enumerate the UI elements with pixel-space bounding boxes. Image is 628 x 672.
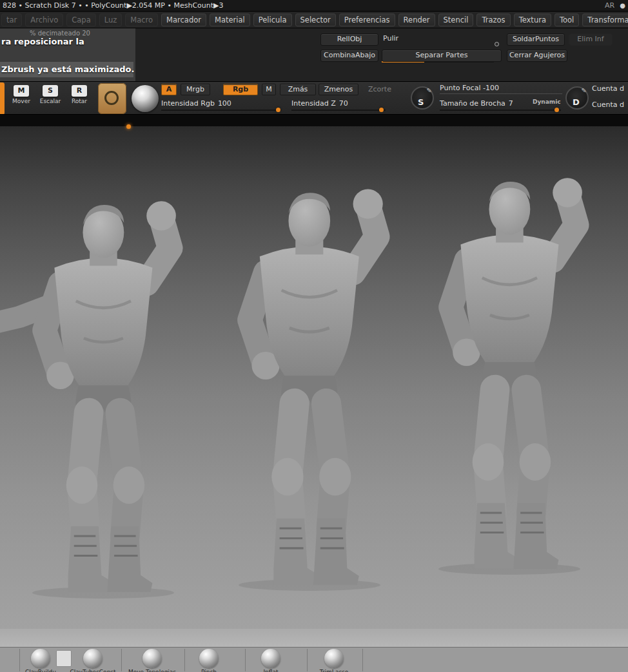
z-intensity-slider-label: Intensidad Z70 xyxy=(291,99,348,108)
channel-m-button[interactable]: M xyxy=(262,84,276,95)
brush-ring-icon xyxy=(104,91,119,105)
sculpt-canvas[interactable] xyxy=(0,126,628,629)
brush-sphere-icon xyxy=(199,649,219,668)
brush-sphere-icon xyxy=(31,649,50,668)
pulir-slider[interactable]: Pulir xyxy=(382,34,499,46)
current-brush-button[interactable] xyxy=(98,83,126,114)
rgb-intensity-track[interactable] xyxy=(161,110,281,111)
channel-rgb-button[interactable]: Rgb xyxy=(223,84,258,95)
brush-tray: ClayBuildu ClayTubesConst Move Topologia… xyxy=(0,647,628,672)
rgb-intensity-slider-label: Intensidad Rgb100 xyxy=(161,99,231,108)
brush-sphere-icon xyxy=(83,649,103,668)
cuenta-slider-2[interactable]: Cuenta d xyxy=(592,101,624,109)
escalar-button[interactable]: S Escalar xyxy=(37,83,64,114)
menu-archivo[interactable]: Archivo xyxy=(25,14,63,26)
menu-material[interactable]: Material xyxy=(210,14,250,26)
separarpartes-button[interactable]: Separar Partes xyxy=(382,50,502,62)
brush-move-topological[interactable]: Move Topologias xyxy=(124,649,181,672)
menu-textura[interactable]: Textura xyxy=(514,14,551,26)
menu-transformar[interactable]: Transformar xyxy=(582,14,628,26)
cerraragujeros-button[interactable]: Cerrar Agujeros xyxy=(507,50,567,62)
rotar-button[interactable]: R Rotar xyxy=(66,83,93,114)
menu-trazos[interactable]: Trazos xyxy=(476,14,510,26)
status-dot-icon: ● xyxy=(620,2,625,9)
menu-stencil[interactable]: Stencil xyxy=(438,14,474,26)
menu-pelicula[interactable]: Pelicula xyxy=(253,14,292,26)
menu-preferencias[interactable]: Preferencias xyxy=(339,14,395,26)
brush-inflat[interactable]: Inflat xyxy=(250,649,292,672)
top-toolbar: M Mover S Escalar R Rotar A Mrgb Rgb M Z… xyxy=(0,81,628,115)
draw-size-handle[interactable] xyxy=(554,108,559,112)
toolbar-canvas-gap xyxy=(0,115,628,126)
pen-icon: ✎ xyxy=(427,87,432,94)
menu-marcador[interactable]: Marcador xyxy=(161,14,206,26)
sculpt-figure-center[interactable] xyxy=(250,189,382,584)
brush-claytubes[interactable]: ClayTubesConst xyxy=(63,649,123,672)
zbrush-window: 828 • Scratch Disk 7 • • PolyCount▶2.054… xyxy=(0,0,628,672)
dynamic-label: Dynamic xyxy=(533,99,561,105)
focal-shift-slider-label: Punto Focal -100 xyxy=(440,84,499,92)
cuenta-slider-1[interactable]: Cuenta d xyxy=(592,84,624,93)
menu-capa[interactable]: Capa xyxy=(66,14,95,26)
notification-overlay: % decimateado 20 ra reposicionar la Zbru… xyxy=(0,28,135,81)
combinaabajo-button[interactable]: CombinaAbajo xyxy=(320,50,378,62)
status-right-label: AR xyxy=(605,1,614,10)
tooltip-text: ra reposicionar la xyxy=(1,37,84,46)
rgb-intensity-handle[interactable] xyxy=(276,108,280,112)
pulir-label: Pulir xyxy=(383,34,398,43)
menu-macro[interactable]: Macro xyxy=(125,14,158,26)
draw-size-track[interactable] xyxy=(440,110,561,111)
brush-trimlasso[interactable]: TrimLasso xyxy=(312,649,356,672)
rotar-icon: R xyxy=(72,85,87,97)
toolbar-accent-strip xyxy=(0,82,5,115)
z-intensity-track[interactable] xyxy=(291,110,386,111)
rellobj-button[interactable]: RellObj xyxy=(320,34,378,46)
mover-icon: M xyxy=(14,85,29,97)
brush-claybuildup[interactable]: ClayBuildu xyxy=(22,649,59,672)
escalar-icon: S xyxy=(43,85,58,97)
brush-sphere-icon xyxy=(324,649,344,668)
sculpt-models xyxy=(0,126,628,629)
zsub-button[interactable]: Zmenos xyxy=(319,84,358,95)
menu-bar: tar Archivo Capa Luz Macro Marcador Mate… xyxy=(0,12,628,28)
channel-a-button[interactable]: A xyxy=(161,84,177,95)
sculpt-figure-left[interactable] xyxy=(44,201,176,591)
pulir-handle[interactable] xyxy=(495,42,499,46)
channel-mrgb-button[interactable]: Mrgb xyxy=(181,84,210,95)
geometry-panel: RellObj Pulir SoldarPuntos Elim Inf Comb… xyxy=(0,28,628,81)
status-info: 828 • Scratch Disk 7 • • PolyCount▶2.054… xyxy=(3,1,224,10)
brush-pinch[interactable]: Pinch xyxy=(188,649,230,672)
focal-shift-track[interactable] xyxy=(440,93,562,94)
stroke-picker-button[interactable]: S ✎ xyxy=(411,86,434,110)
eliminf-button: Elim Inf xyxy=(569,34,613,46)
menu-render[interactable]: Render xyxy=(398,14,435,26)
brush-sphere-icon xyxy=(261,649,280,668)
soldarpuntos-button[interactable]: SoldarPuntos xyxy=(507,34,565,46)
brush-sphere-icon xyxy=(142,649,162,668)
pen-icon: ✎ xyxy=(582,87,587,94)
menu-tool[interactable]: Tool xyxy=(554,14,579,26)
material-thumbnail[interactable] xyxy=(132,85,159,112)
mover-button[interactable]: M Mover xyxy=(8,83,35,114)
menu-editar[interactable]: tar xyxy=(1,14,22,26)
decimate-hint: % decimateado 20 xyxy=(30,30,90,37)
alpha-picker-button[interactable]: D ✎ xyxy=(565,86,589,110)
status-bar: 828 • Scratch Disk 7 • • PolyCount▶2.054… xyxy=(0,0,628,12)
menu-selector[interactable]: Selector xyxy=(295,14,336,26)
z-intensity-handle[interactable] xyxy=(379,108,384,112)
draw-size-slider-label: Tamaño de Brocha7 xyxy=(440,99,513,108)
canvas-bottom-strip xyxy=(0,629,628,647)
zadd-button[interactable]: Zmás xyxy=(280,84,316,95)
menu-luz[interactable]: Luz xyxy=(99,14,123,26)
sculpt-figure-right[interactable] xyxy=(451,178,582,568)
maximized-message: Zbrush ya está maximizado. xyxy=(1,64,134,74)
zcut-button: Zcorte xyxy=(361,84,398,95)
